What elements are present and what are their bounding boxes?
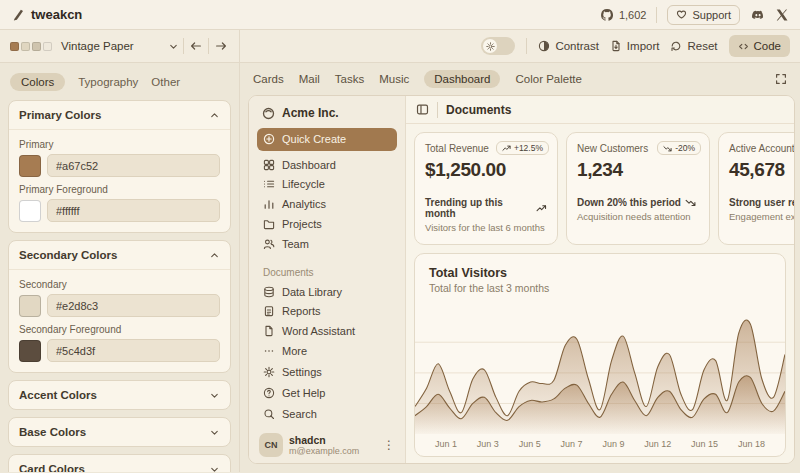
section-header[interactable]: Primary Colors: [9, 101, 230, 129]
chart-title: Total Visitors: [415, 266, 785, 280]
theme-prev-button[interactable]: [188, 38, 204, 54]
plus-circle-icon: [263, 133, 275, 145]
contrast-button[interactable]: Contrast: [538, 40, 598, 52]
field-label: Primary Foreground: [19, 184, 220, 195]
trending-down-icon: [663, 144, 672, 153]
github-icon: [600, 8, 614, 22]
x-tick: Jun 9: [602, 439, 624, 449]
tab-color-palette[interactable]: Color Palette: [515, 70, 581, 88]
tab-other[interactable]: Other: [151, 73, 180, 91]
tab-colors[interactable]: Colors: [10, 73, 65, 91]
logo-label: tweakcn: [31, 7, 82, 22]
sidebar-item-analytics[interactable]: Analytics: [257, 194, 397, 214]
sidebar-item-quick-create[interactable]: Quick Create: [257, 128, 397, 151]
theme-mode-toggle[interactable]: [481, 37, 515, 55]
section-header[interactable]: Secondary Colors: [9, 241, 230, 269]
discord-icon[interactable]: [750, 8, 766, 21]
area-chart: [415, 304, 785, 436]
sidebar-item-team[interactable]: Team: [257, 234, 397, 254]
sidebar-item-label: Word Assistant: [282, 325, 355, 337]
tab-tasks[interactable]: Tasks: [335, 70, 364, 88]
section-header[interactable]: Accent Colors: [9, 381, 230, 409]
top-header: tweakcn 1,602 Support: [0, 0, 800, 30]
sidebar-item-projects[interactable]: Projects: [257, 214, 397, 234]
help-icon: [263, 387, 275, 399]
section-header[interactable]: Base Colors: [9, 418, 230, 446]
sidebar-item-label: Search: [282, 408, 317, 420]
tab-dashboard[interactable]: Dashboard: [424, 70, 500, 88]
sidebar-item-label: Settings: [282, 366, 322, 378]
sidebar-item-lifecycle[interactable]: Lifecycle: [257, 174, 397, 194]
x-logo-icon[interactable]: [776, 9, 788, 21]
visitors-chart-card: Total Visitors Total for the last 3 mont…: [414, 253, 786, 457]
tab-music[interactable]: Music: [379, 70, 409, 88]
import-button[interactable]: Import: [610, 40, 660, 52]
section-header[interactable]: Card Colors: [9, 455, 230, 472]
tab-cards[interactable]: Cards: [253, 70, 284, 88]
color-input-secondary-foreground[interactable]: [47, 339, 220, 362]
divider: [183, 38, 184, 54]
pen-logo-icon: [12, 8, 25, 21]
app-header: Documents: [406, 96, 794, 124]
color-input-primary-foreground[interactable]: [47, 199, 220, 222]
tab-typography[interactable]: Typography: [78, 73, 138, 91]
gear-icon: [263, 366, 275, 378]
sidebar-item-data-library[interactable]: Data Library: [257, 282, 397, 302]
chevron-down-icon: [209, 390, 220, 401]
app-logo[interactable]: tweakcn: [12, 7, 82, 22]
x-tick: Jun 18: [738, 439, 765, 449]
color-swatch-secondary[interactable]: [19, 295, 41, 317]
sidebar-item-more[interactable]: More: [257, 341, 397, 361]
sidebar-item-get-help[interactable]: Get Help: [257, 382, 397, 403]
sidebar-item-word-assistant[interactable]: Word Assistant: [257, 321, 397, 341]
inner-circle-icon: [262, 107, 275, 120]
sidebar-item-settings[interactable]: Settings: [257, 361, 397, 382]
reset-button[interactable]: Reset: [670, 40, 717, 52]
sidebar-item-label: Projects: [282, 218, 322, 230]
x-tick: Jun 15: [691, 439, 718, 449]
x-tick: Jun 7: [561, 439, 583, 449]
x-tick: Jun 1: [435, 439, 457, 449]
dots-icon: [263, 345, 275, 357]
color-swatch-secondary-foreground[interactable]: [19, 340, 41, 362]
metric-subtext: Acquisition needs attention: [577, 211, 699, 222]
theme-selector[interactable]: Vintage Paper: [0, 30, 240, 62]
metric-value: 1,234: [577, 159, 699, 181]
theme-swatch-2: [21, 42, 30, 51]
chart-subtitle: Total for the last 3 months: [415, 282, 785, 294]
ellipsis-vertical-icon[interactable]: ⋮: [383, 438, 395, 452]
color-swatch-primary-foreground[interactable]: [19, 200, 41, 222]
users-icon: [263, 238, 275, 250]
tab-mail[interactable]: Mail: [299, 70, 320, 88]
contrast-icon: [538, 40, 550, 52]
color-input-primary[interactable]: [47, 154, 220, 177]
color-swatch-primary[interactable]: [19, 155, 41, 177]
file-icon: [263, 325, 275, 337]
sidebar-item-dashboard[interactable]: Dashboard: [257, 155, 397, 175]
section-card-colors: Card Colors: [8, 454, 231, 472]
support-button[interactable]: Support: [667, 5, 740, 25]
trend-badge: -20%: [657, 141, 701, 155]
metric-trend-line: Down 20% this period: [577, 197, 699, 208]
field-label: Secondary: [19, 279, 220, 290]
chevron-down-icon: [209, 464, 220, 473]
user-menu[interactable]: CN shadcn m@example.com ⋮: [257, 431, 397, 457]
reset-icon: [670, 40, 682, 52]
org-switcher[interactable]: Acme Inc.: [257, 104, 397, 128]
theme-next-button[interactable]: [213, 38, 229, 54]
sidebar-item-label: Lifecycle: [282, 178, 325, 190]
sidebar-item-reports[interactable]: Reports: [257, 302, 397, 322]
trending-up-icon: [502, 144, 511, 153]
grid-icon: [263, 159, 275, 171]
section-title: Primary Colors: [19, 109, 101, 121]
sidebar-item-search[interactable]: Search: [257, 403, 397, 424]
code-button[interactable]: Code: [729, 35, 791, 57]
color-input-secondary[interactable]: [47, 294, 220, 317]
trending-up-icon: [536, 203, 547, 214]
field-label: Secondary Foreground: [19, 324, 220, 335]
fullscreen-button[interactable]: [775, 73, 787, 85]
github-stars[interactable]: 1,602: [600, 8, 647, 22]
section-secondary-colors: Secondary Colors Secondary Secondary For…: [8, 240, 231, 373]
sidebar-toggle-icon[interactable]: [416, 103, 429, 116]
sidebar-item-label: Reports: [282, 305, 321, 317]
